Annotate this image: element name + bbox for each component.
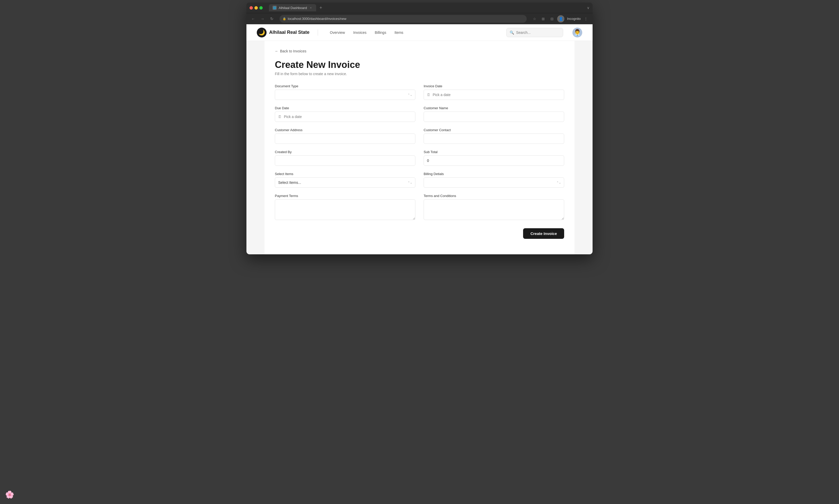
created-by-group: Created By (275, 150, 415, 166)
brand-logo: 🌙 (257, 28, 267, 37)
back-button[interactable]: ← (250, 15, 257, 22)
forward-button[interactable]: → (259, 15, 266, 22)
page-title: Create New Invoice (275, 59, 564, 70)
payment-terms-label: Payment Terms (275, 194, 415, 198)
incognito-label: Incognito (567, 17, 581, 21)
browser-window: 🌐 Alhilaal Dashboard × + ∨ ← → ↻ 🔒 local… (246, 3, 593, 254)
split-view-button[interactable]: ⊟ (548, 15, 556, 22)
main-content: ← Back to Invoices Create New Invoice Fi… (265, 41, 574, 254)
browser-titlebar: 🌐 Alhilaal Dashboard × + ∨ (246, 3, 593, 13)
billing-details-select[interactable] (424, 177, 564, 188)
bookmark-button[interactable]: ☆ (531, 15, 538, 22)
sub-total-label: Sub Total (424, 150, 564, 154)
traffic-lights (250, 6, 263, 10)
customer-address-group: Customer Address (275, 128, 415, 144)
search-bar[interactable]: 🔍 (506, 28, 563, 37)
new-tab-button[interactable]: + (317, 4, 324, 11)
toolbar-actions: ☆ ⊞ ⊟ 👤 Incognito ⋮ (531, 15, 589, 22)
terms-conditions-group: Terms and Conditions (424, 194, 564, 220)
customer-address-label: Customer Address (275, 128, 415, 132)
customer-contact-group: Customer Contact (424, 128, 564, 144)
created-by-input[interactable] (275, 156, 415, 166)
flower-icon: 🌸 (5, 490, 14, 499)
due-date-label: Due Date (275, 106, 415, 110)
nav-link-items[interactable]: Items (391, 29, 407, 36)
select-items-label: Select Items (275, 172, 415, 176)
maximize-button[interactable] (260, 6, 263, 10)
tab-bar: 🌐 Alhilaal Dashboard × + (269, 4, 585, 11)
due-date-input[interactable] (275, 111, 415, 122)
document-type-select[interactable] (275, 90, 415, 100)
select-items-select[interactable]: Select Items... (275, 177, 415, 188)
payment-terms-textarea[interactable] (275, 199, 415, 220)
extensions-button[interactable]: ⊞ (540, 15, 547, 22)
customer-contact-label: Customer Contact (424, 128, 564, 132)
form-grid: Document Type Invoice Date 🗓 (275, 84, 564, 220)
brand: 🌙 Alhilaal Real State (257, 28, 309, 37)
document-type-group: Document Type (275, 84, 415, 100)
back-link-label: Back to Invoices (280, 49, 306, 53)
form-actions: Create Invoice (275, 228, 564, 239)
back-arrow-icon: ← (275, 49, 279, 53)
nav-divider (318, 30, 318, 36)
search-input[interactable] (516, 31, 560, 35)
tab-close-button[interactable]: × (309, 6, 313, 10)
terms-conditions-textarea[interactable] (424, 199, 564, 220)
user-avatar[interactable]: 👨‍💼 (572, 28, 582, 37)
calendar-icon-due: 🗓 (278, 115, 282, 119)
customer-name-group: Customer Name (424, 106, 564, 122)
due-date-wrapper: 🗓 (275, 111, 415, 122)
billing-details-group: Billing Detials (424, 172, 564, 188)
browser-toolbar: ← → ↻ 🔒 localhost:3000/dashboard/invoice… (246, 13, 593, 24)
due-date-group: Due Date 🗓 (275, 106, 415, 122)
create-invoice-button[interactable]: Create Invoice (523, 228, 564, 239)
customer-name-input[interactable] (424, 111, 564, 122)
customer-contact-input[interactable] (424, 133, 564, 144)
top-nav: 🌙 Alhilaal Real State Overview Invoices … (246, 24, 593, 41)
search-icon: 🔍 (510, 31, 514, 35)
select-items-wrapper: Select Items... (275, 177, 415, 188)
sub-total-input[interactable] (424, 156, 564, 166)
close-button[interactable] (250, 6, 253, 10)
active-tab[interactable]: 🌐 Alhilaal Dashboard × (269, 4, 316, 11)
nav-links: Overview Invoices Billings Items (326, 29, 407, 36)
minimize-button[interactable] (254, 6, 258, 10)
sub-total-group: Sub Total (424, 150, 564, 166)
address-bar[interactable]: 🔒 localhost:3000/dashboard/invoices/new (280, 15, 527, 23)
calendar-icon-invoice: 🗓 (427, 93, 430, 97)
payment-terms-group: Payment Terms (275, 194, 415, 220)
nav-link-overview[interactable]: Overview (326, 29, 349, 36)
invoice-date-wrapper: 🗓 (424, 90, 564, 100)
terms-conditions-label: Terms and Conditions (424, 194, 564, 198)
app-content: 🌙 Alhilaal Real State Overview Invoices … (246, 24, 593, 254)
lock-icon: 🔒 (283, 17, 286, 20)
billing-details-wrapper (424, 177, 564, 188)
brand-name: Alhilaal Real State (269, 30, 309, 35)
tab-dropdown-button[interactable]: ∨ (587, 6, 589, 10)
created-by-label: Created By (275, 150, 415, 154)
menu-button[interactable]: ⋮ (582, 15, 589, 22)
create-invoice-form: Document Type Invoice Date 🗓 (275, 84, 564, 239)
select-items-group: Select Items Select Items... (275, 172, 415, 188)
customer-address-input[interactable] (275, 133, 415, 144)
tab-favicon: 🌐 (272, 6, 276, 10)
billing-details-label: Billing Detials (424, 172, 564, 176)
refresh-button[interactable]: ↻ (268, 15, 275, 22)
back-to-invoices-link[interactable]: ← Back to Invoices (275, 49, 564, 53)
url-text: localhost:3000/dashboard/invoices/new (288, 17, 346, 21)
profile-avatar[interactable]: 👤 (557, 15, 565, 22)
nav-link-invoices[interactable]: Invoices (350, 29, 370, 36)
invoice-date-input[interactable] (424, 90, 564, 100)
invoice-date-group: Invoice Date 🗓 (424, 84, 564, 100)
document-type-select-wrapper (275, 90, 415, 100)
invoice-date-label: Invoice Date (424, 84, 564, 88)
nav-link-billings[interactable]: Billings (371, 29, 390, 36)
document-type-label: Document Type (275, 84, 415, 88)
tab-title: Alhilaal Dashboard (279, 6, 307, 10)
customer-name-label: Customer Name (424, 106, 564, 110)
page-subtitle: Fill in the form below to create a new i… (275, 72, 564, 76)
